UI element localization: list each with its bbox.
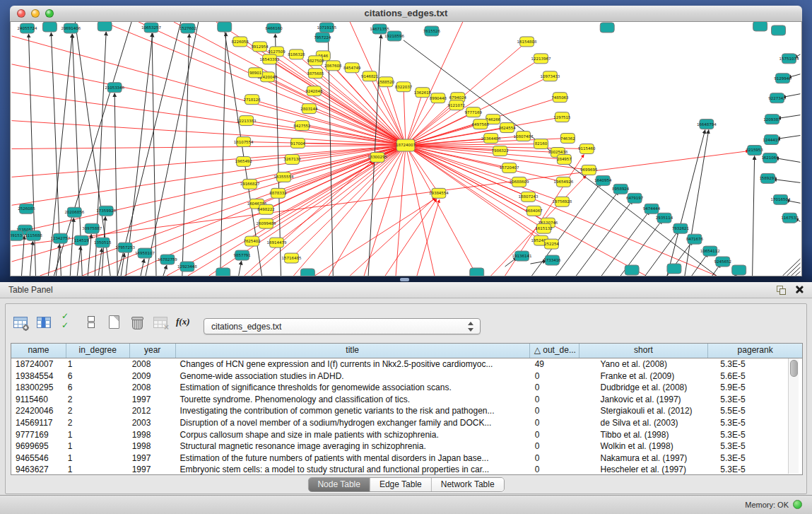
graph-node[interactable] xyxy=(600,23,614,33)
float-panel-icon[interactable] xyxy=(777,286,785,294)
graph-node[interactable]: 20364486 xyxy=(481,134,501,144)
graph-node[interactable]: 19218596 xyxy=(384,31,404,41)
rows-icon[interactable] xyxy=(81,313,100,332)
graph-node[interactable]: 7957224 xyxy=(314,33,331,42)
table-settings-icon[interactable] xyxy=(11,313,30,332)
trash-icon[interactable] xyxy=(128,313,146,332)
graph-node[interactable]: 2935114 xyxy=(656,213,673,223)
graph-node[interactable]: 19384554 xyxy=(429,188,449,198)
network-canvas[interactable]: 2405572420691406106532571527602846616010… xyxy=(10,22,802,276)
graph-node[interactable]: 8322037 xyxy=(395,82,413,92)
graph-node[interactable] xyxy=(300,269,314,276)
graph-node[interactable]: 16958107 xyxy=(135,248,155,258)
graph-node[interactable]: 3267130 xyxy=(283,154,301,164)
graph-node[interactable]: 19654926 xyxy=(553,177,573,187)
graph-node[interactable]: 8466160 xyxy=(265,23,283,33)
graph-node[interactable]: 9146821 xyxy=(361,71,378,81)
graph-node[interactable] xyxy=(732,265,746,275)
graph-node[interactable]: 7485063 xyxy=(551,93,569,103)
graph-node[interactable]: 7932621 xyxy=(672,223,689,233)
graph-node[interactable]: 3875685 xyxy=(307,69,324,78)
graph-node[interactable]: 10653257 xyxy=(141,23,161,33)
graph-node[interactable] xyxy=(216,268,230,276)
graph-node[interactable]: 19756928 xyxy=(552,197,572,206)
graph-node[interactable]: 2718126 xyxy=(243,95,261,105)
graph-node[interactable]: 1362615 xyxy=(414,88,431,98)
graph-node[interactable]: 30975887 xyxy=(82,223,102,233)
graph-node[interactable]: 12213967 xyxy=(531,54,551,64)
graph-node[interactable]: 1589297 xyxy=(759,173,777,183)
graph-node[interactable]: 1244419 xyxy=(763,135,780,145)
graph-node[interactable]: 19136141 xyxy=(512,251,532,261)
table-row[interactable]: 969969511998Structural magnetic resonanc… xyxy=(11,440,802,452)
graph-node[interactable]: 6479197 xyxy=(626,193,644,203)
graph-node[interactable]: 10654112 xyxy=(700,246,720,256)
graph-node[interactable]: 15720407 xyxy=(500,163,519,173)
graph-node[interactable]: 8454749 xyxy=(343,63,361,73)
graph-node[interactable]: 284957 xyxy=(557,154,572,164)
graph-node[interactable]: 6497568 xyxy=(472,119,490,129)
graph-node[interactable]: 24055724 xyxy=(18,23,37,33)
graph-node[interactable]: 9827508 xyxy=(307,56,324,66)
graph-node[interactable]: 15716485 xyxy=(282,253,302,263)
graph-node[interactable]: 746362 xyxy=(560,134,575,144)
graph-node[interactable]: 16154808 xyxy=(517,37,537,47)
graph-node[interactable]: 1965492 xyxy=(235,156,252,166)
graph-node[interactable] xyxy=(42,22,57,32)
graph-node[interactable]: 1588520 xyxy=(377,77,395,87)
graph-node[interactable]: 8498222 xyxy=(257,204,274,214)
graph-node[interactable]: 9121072 xyxy=(448,100,465,110)
graph-node[interactable]: 1167533 xyxy=(781,213,799,223)
graph-node[interactable]: 1733416 xyxy=(543,255,561,265)
graph-node[interactable]: 16782759 xyxy=(158,255,177,264)
table-row[interactable]: 1872400712008Changes of HCN gene express… xyxy=(11,358,802,370)
graph-node[interactable]: 26099489 xyxy=(257,218,276,228)
fx-function-icon[interactable]: f(x) xyxy=(175,313,196,332)
graph-node[interactable]: 21053346 xyxy=(105,83,124,93)
graph-node[interactable]: 114519 xyxy=(74,235,89,245)
graph-node[interactable]: 17957253 xyxy=(115,243,135,252)
table-row[interactable]: 1938455462009Genome-wide association stu… xyxy=(11,370,802,382)
graph-node[interactable]: 2803144 xyxy=(300,104,318,114)
graph-node[interactable]: 9245652 xyxy=(714,257,731,267)
graph-node[interactable]: 1527602 xyxy=(180,23,196,33)
graph-node[interactable]: 12342757 xyxy=(50,233,70,243)
graph-node[interactable]: 82160 xyxy=(534,139,548,149)
graph-node[interactable]: 15751074 xyxy=(779,54,799,64)
panel-splitter-handle[interactable] xyxy=(400,278,409,281)
graph-node[interactable]: 18724007 xyxy=(396,139,416,151)
graph-node[interactable]: 9777169 xyxy=(465,107,483,117)
graph-node[interactable]: 12923448 xyxy=(177,262,197,271)
graph-node[interactable]: 39153 xyxy=(10,230,23,240)
graph-node[interactable]: 7986322 xyxy=(491,146,508,156)
table-vertical-scrollbar[interactable] xyxy=(788,358,799,474)
graph-node[interactable] xyxy=(772,25,786,35)
graph-node[interactable] xyxy=(667,264,681,274)
graph-node[interactable]: 1115688 xyxy=(25,230,42,240)
graph-node[interactable]: 10719155 xyxy=(317,23,336,33)
graph-node[interactable]: 8215953 xyxy=(746,146,763,156)
graph-node[interactable]: 16543392 xyxy=(260,54,280,64)
column-header-short[interactable]: short xyxy=(579,344,709,358)
window-titlebar[interactable]: citations_edges.txt xyxy=(10,6,802,22)
graph-node[interactable]: 3684067 xyxy=(525,206,543,216)
new-doc-icon[interactable] xyxy=(105,313,123,332)
tab-node-table[interactable]: Node Table xyxy=(308,478,370,491)
graph-node[interactable]: 18807243 xyxy=(519,192,539,201)
graph-node[interactable]: 917004 xyxy=(290,139,305,148)
table-row[interactable]: 946554611997Estimation of the future num… xyxy=(11,452,802,465)
table-row[interactable]: 946362711997Embryonic stem cells: a mode… xyxy=(11,464,802,475)
graph-node[interactable] xyxy=(753,22,767,31)
graph-node[interactable]: 1640954 xyxy=(594,175,612,185)
graph-node[interactable]: 7615526 xyxy=(423,26,441,36)
graph-node[interactable]: 252254 xyxy=(544,239,559,249)
table-column-icon[interactable] xyxy=(35,313,53,332)
graph-node[interactable] xyxy=(470,268,484,276)
graph-node[interactable]: 16648794 xyxy=(697,119,717,129)
column-header-in_degree[interactable]: in_degree xyxy=(66,344,130,358)
graph-node[interactable]: 9227343 xyxy=(768,93,786,103)
graph-node[interactable]: 18107554 xyxy=(234,137,254,147)
column-header-name[interactable]: name xyxy=(11,344,66,358)
graph-node[interactable]: 9115460 xyxy=(578,144,596,154)
graph-node[interactable]: 8471676 xyxy=(686,234,704,244)
